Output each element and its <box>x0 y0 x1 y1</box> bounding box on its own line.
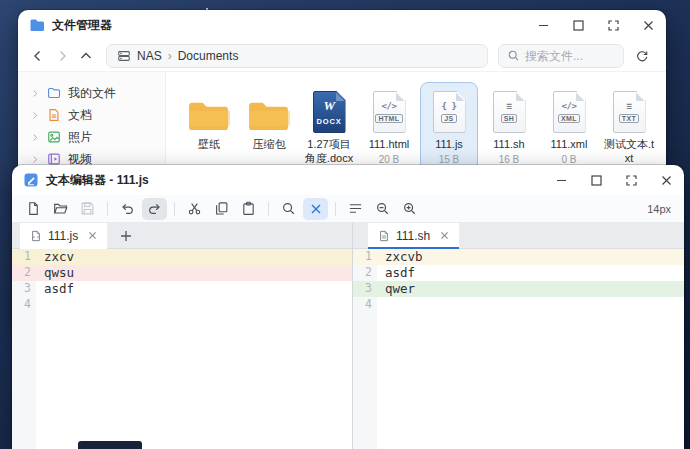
refresh-icon[interactable] <box>630 44 654 68</box>
file-manager-title: 文件管理器 <box>52 17 112 34</box>
sidebar-item-label: 文档 <box>68 107 92 124</box>
folder-app-icon <box>29 17 45 33</box>
close-icon[interactable] <box>631 11 666 39</box>
chevron-right-icon <box>31 155 40 164</box>
new-file-icon[interactable] <box>21 198 46 220</box>
editor-titlebar[interactable]: 文本编辑器 - 111.js <box>12 165 684 195</box>
new-tab-icon[interactable] <box>120 230 132 242</box>
search-box[interactable] <box>498 44 624 68</box>
find-icon[interactable] <box>276 198 301 220</box>
breadcrumb-current[interactable]: Documents <box>178 49 239 63</box>
text-editor-window: 文本编辑器 - 111.js <box>12 165 684 449</box>
code-line: 4 <box>12 297 352 313</box>
txt-file-icon: ≡ TXT <box>613 91 646 133</box>
close-search-icon[interactable] <box>303 198 328 220</box>
sidebar-item-label: 我的文件 <box>68 85 116 102</box>
code-line: 3asdf <box>12 281 352 297</box>
tab-label: 111.sh <box>396 229 430 243</box>
fullscreen-icon[interactable] <box>614 166 649 194</box>
file-name: 1.27项目角度.docx <box>302 138 356 166</box>
breadcrumb-root[interactable]: NAS <box>137 49 162 63</box>
cut-icon[interactable] <box>182 198 207 220</box>
font-size-label[interactable]: 14px <box>647 203 671 215</box>
editor-left-pane: 111.js 1zxcv 2qwsu 3asdf 4 <box>12 223 352 449</box>
zoom-in-icon[interactable] <box>397 198 422 220</box>
file-item-folder[interactable]: 压缩包 <box>240 82 298 159</box>
line-wrap-icon[interactable] <box>343 198 368 220</box>
video-purple-icon <box>47 152 61 166</box>
up-icon[interactable] <box>74 44 98 68</box>
maximize-icon[interactable] <box>579 166 614 194</box>
file-manager-navbar: NAS › Documents <box>18 40 666 72</box>
file-size: 0 B <box>561 154 576 165</box>
chevron-right-icon <box>31 111 40 120</box>
sidebar-item-documents[interactable]: 文档 <box>18 104 165 126</box>
fullscreen-icon[interactable] <box>596 11 631 39</box>
file-size: 16 B <box>499 154 520 165</box>
desktop: 文件管理器 NAS › Documents <box>0 0 690 449</box>
xml-file-icon: </> XML <box>553 91 586 133</box>
file-item-folder[interactable]: 壁纸 <box>180 82 238 159</box>
sh-file-icon: ≡ SH <box>493 91 526 133</box>
sidebar-item-label: 照片 <box>68 129 92 146</box>
file-size: 20 B <box>379 154 400 165</box>
code-line: 1zxcv <box>12 249 352 265</box>
file-size: 15 B <box>439 154 460 165</box>
breadcrumb-separator: › <box>168 49 172 63</box>
editor-toolbar: 14px <box>12 195 684 223</box>
left-code-area[interactable]: 1zxcv 2qwsu 3asdf 4 <box>12 249 352 449</box>
text-editor-app-icon <box>23 172 39 188</box>
file-name: 111.sh <box>493 138 524 152</box>
sidebar-item-photos[interactable]: 照片 <box>18 126 165 148</box>
undo-icon[interactable] <box>115 198 140 220</box>
folder-icon <box>247 87 292 133</box>
tab-label: 111.js <box>48 229 78 243</box>
file-name: 压缩包 <box>253 138 286 152</box>
file-item-js-selected[interactable]: { } JS 111.js 15 B <box>420 82 478 172</box>
document-orange-icon <box>47 108 61 122</box>
sidebar-item-my-files[interactable]: 我的文件 <box>18 82 165 104</box>
copy-icon[interactable] <box>209 198 234 220</box>
code-line: 2asdf <box>353 265 684 281</box>
file-item-sh[interactable]: ≡ SH 111.sh 16 B <box>480 82 538 172</box>
left-tabbar: 111.js <box>12 223 352 249</box>
editor-right-pane: 111.sh 1zxcvb 2asdf 3qwer 4 <box>352 223 684 449</box>
close-icon[interactable] <box>649 166 684 194</box>
tab-close-icon[interactable] <box>88 231 97 240</box>
js-file-icon <box>30 230 42 242</box>
right-code-area[interactable]: 1zxcvb 2asdf 3qwer 4 <box>353 249 684 449</box>
file-name: 111.xml <box>551 138 588 152</box>
minimize-icon[interactable] <box>544 166 579 194</box>
search-input[interactable] <box>525 49 611 63</box>
file-item-xml[interactable]: </> XML 111.xml 0 B <box>540 82 598 172</box>
file-manager-titlebar[interactable]: 文件管理器 <box>18 10 666 40</box>
right-tabbar: 111.sh <box>353 223 684 249</box>
maximize-icon[interactable] <box>561 11 596 39</box>
nas-server-icon <box>117 49 131 63</box>
zoom-out-icon[interactable] <box>370 198 395 220</box>
tab-close-icon[interactable] <box>440 231 449 240</box>
redo-icon[interactable] <box>142 198 167 220</box>
code-line: 4 <box>353 297 684 313</box>
file-item-html[interactable]: </> HTML 111.html 20 B <box>360 82 418 172</box>
paste-icon[interactable] <box>236 198 261 220</box>
tab-111-sh[interactable]: 111.sh <box>368 223 459 249</box>
file-name: 壁纸 <box>198 138 220 152</box>
chevron-right-icon <box>31 133 40 142</box>
open-file-icon[interactable] <box>48 198 73 220</box>
photo-green-icon <box>47 130 61 144</box>
search-icon <box>507 49 520 62</box>
file-name: 111.js <box>435 138 463 152</box>
save-icon[interactable] <box>75 198 100 220</box>
minimize-icon[interactable] <box>526 11 561 39</box>
js-file-icon: { } JS <box>433 91 466 133</box>
code-line: 2qwsu <box>12 265 352 281</box>
tab-111-js[interactable]: 111.js <box>20 223 107 249</box>
file-icon <box>378 230 390 242</box>
file-name: 测试文本.txt <box>602 138 656 166</box>
back-icon[interactable] <box>26 44 50 68</box>
folder-icon <box>187 87 232 133</box>
breadcrumb[interactable]: NAS › Documents <box>106 44 488 68</box>
forward-icon[interactable] <box>50 44 74 68</box>
editor-title: 文本编辑器 - 111.js <box>46 172 149 189</box>
